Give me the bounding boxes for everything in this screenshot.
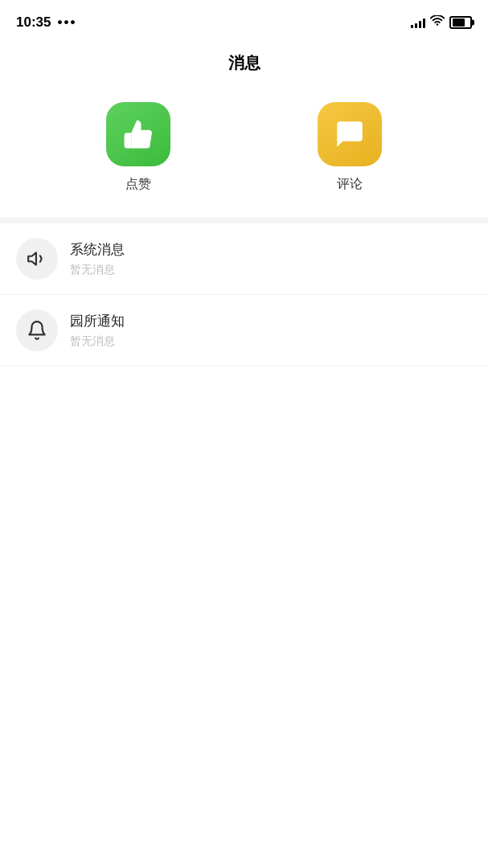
list-section: 系统消息 暂无消息 园所通知 暂无消息 (0, 223, 488, 366)
system-message-title: 系统消息 (70, 240, 125, 259)
park-notice-text: 园所通知 暂无消息 (70, 312, 125, 349)
comment-item[interactable]: 评论 (318, 102, 382, 193)
status-time: 10:35 (16, 14, 51, 31)
thumbs-up-icon (121, 117, 155, 151)
bell-icon (27, 320, 47, 341)
battery-icon: 77 (449, 16, 472, 29)
system-message-item[interactable]: 系统消息 暂无消息 (0, 223, 488, 295)
system-message-text: 系统消息 暂无消息 (70, 240, 125, 277)
comment-icon-circle (318, 102, 382, 166)
svg-point-0 (343, 131, 347, 134)
park-notice-subtitle: 暂无消息 (70, 334, 125, 349)
svg-point-2 (353, 131, 356, 134)
signal-icon (411, 17, 425, 28)
page-title: 消息 (0, 40, 488, 94)
park-notice-item[interactable]: 园所通知 暂无消息 (0, 295, 488, 366)
bell-icon-wrap (16, 309, 58, 351)
wifi-icon (430, 15, 445, 30)
speaker-icon (27, 248, 47, 269)
like-label: 点赞 (125, 176, 151, 193)
status-bar: 10:35 ••• 77 (0, 0, 488, 40)
park-notice-title: 园所通知 (70, 312, 125, 330)
icon-grid: 点赞 评论 (0, 94, 488, 217)
like-item[interactable]: 点赞 (106, 102, 170, 193)
battery-container: 77 (449, 16, 472, 29)
svg-marker-3 (28, 252, 36, 264)
comment-label: 评论 (337, 176, 363, 193)
system-message-subtitle: 暂无消息 (70, 263, 125, 277)
chat-bubbles-icon (333, 117, 367, 151)
speaker-icon-wrap (16, 238, 58, 280)
status-dots: ••• (57, 14, 76, 31)
section-divider (0, 217, 488, 223)
svg-point-1 (348, 131, 351, 134)
like-icon-circle (106, 102, 170, 166)
status-icons: 77 (411, 15, 472, 30)
